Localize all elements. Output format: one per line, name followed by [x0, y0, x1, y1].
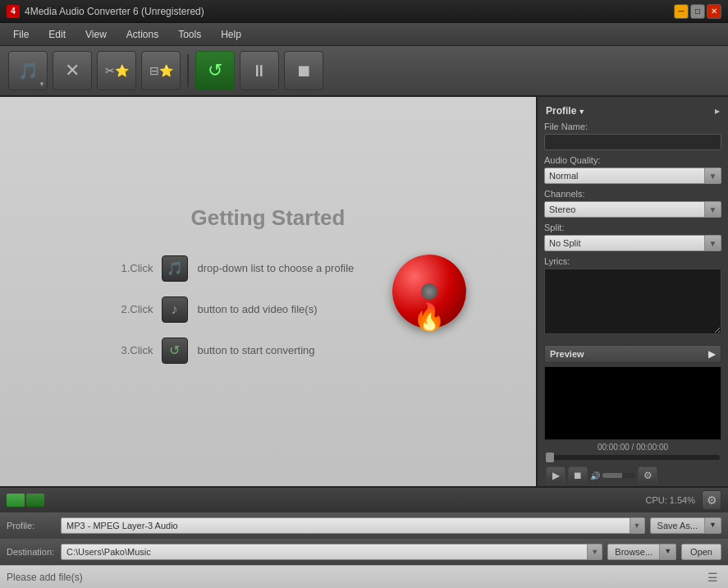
- profile-input[interactable]: [61, 517, 630, 534]
- file-name-section: File Name:: [544, 122, 721, 150]
- channels-select[interactable]: Stereo Mono: [544, 201, 705, 218]
- toolbar-remove-button[interactable]: ✕: [53, 51, 92, 90]
- file-name-label: File Name:: [544, 122, 721, 131]
- menu-edit[interactable]: Edit: [39, 25, 76, 44]
- step-3-row: 3.Click ↺ button to start converting: [96, 338, 441, 364]
- profile-combo: ▼: [61, 517, 645, 534]
- menu-view[interactable]: View: [76, 25, 117, 44]
- save-as-arrow[interactable]: ▼: [705, 517, 721, 534]
- lyrics-section: Lyrics:: [544, 256, 721, 337]
- step-2-label: 2.Click: [96, 303, 153, 315]
- toolbar-pause-button[interactable]: ⏸: [240, 51, 279, 90]
- preview-section: Preview ▶ 00:00:00 / 00:00:00 ▶ ⏹: [544, 345, 721, 485]
- minimize-button[interactable]: ─: [674, 4, 689, 19]
- add-file-icon: ♪: [172, 302, 178, 317]
- audio-quality-arrow[interactable]: ▼: [705, 168, 721, 184]
- step-1-text: drop-down list to choose a profile: [198, 262, 355, 274]
- cpu-usage: CPU: 1.54%: [645, 495, 695, 505]
- add-music-icon: 🎵: [18, 61, 39, 80]
- preview-settings-button[interactable]: ⚙: [638, 466, 657, 485]
- seek-handle[interactable]: [546, 452, 554, 462]
- toolbar-cut-button[interactable]: ✂⭐: [97, 51, 136, 90]
- save-as-button[interactable]: Save As...: [650, 517, 706, 534]
- status-settings-button[interactable]: ⚙: [702, 490, 721, 510]
- content-area: Getting Started 1.Click 🎵 drop-down list…: [0, 97, 536, 486]
- split-label: Split:: [544, 223, 721, 232]
- toolbar-encode-button[interactable]: ⊟⭐: [141, 51, 181, 90]
- play-button[interactable]: ▶: [546, 466, 565, 485]
- getting-started-title: Getting Started: [191, 205, 346, 231]
- split-select-wrap: No Split By Size By Time ▼: [544, 235, 721, 251]
- menu-actions[interactable]: Actions: [117, 25, 168, 44]
- message-text: Please add file(s): [7, 572, 703, 583]
- pause-icon: ⏸: [251, 62, 268, 80]
- destination-label: Destination:: [7, 547, 56, 557]
- browse-split-button: Browse... ▼: [607, 544, 676, 560]
- add-dropdown-arrow: ▼: [39, 80, 45, 88]
- split-select[interactable]: No Split By Size By Time: [544, 235, 705, 251]
- toolbar: 🎵 ▼ ✕ ✂⭐ ⊟⭐ ↺ ⏸ ⏹: [0, 46, 728, 97]
- profile-header[interactable]: Profile▼ ▶: [544, 102, 721, 120]
- browse-arrow[interactable]: ▼: [660, 544, 676, 560]
- split-arrow[interactable]: ▼: [705, 235, 721, 251]
- body-area: Getting Started 1.Click 🎵 drop-down list…: [0, 97, 728, 486]
- destination-control-bar: Destination: ▼ Browse... ▼ Open: [0, 539, 728, 565]
- preview-seekbar[interactable]: [546, 455, 720, 460]
- right-panel-wrapper: Profile▼ ▶ File Name: Audio Quality: Nor…: [536, 97, 728, 486]
- profile-header-label: Profile▼: [546, 105, 585, 117]
- step-3-label: 3.Click: [96, 344, 153, 356]
- preview-time: 00:00:00 / 00:00:00: [544, 443, 721, 452]
- stop-icon: ⏹: [295, 62, 312, 80]
- convert-icon: ↺: [208, 60, 222, 81]
- lyrics-textarea[interactable]: [544, 269, 721, 334]
- volume-slider[interactable]: [602, 473, 635, 478]
- message-icon[interactable]: ☰: [703, 568, 721, 586]
- menu-help[interactable]: Help: [211, 25, 251, 44]
- channels-arrow[interactable]: ▼: [705, 201, 721, 218]
- channels-section: Channels: Stereo Mono ▼: [544, 189, 721, 218]
- progress-bars: [7, 494, 44, 507]
- audio-quality-select[interactable]: Normal High Low Custom: [544, 168, 705, 184]
- main-container: 4 4Media Audio Converter 6 (Unregistered…: [0, 0, 728, 588]
- lyrics-label: Lyrics:: [544, 256, 721, 266]
- maximize-button[interactable]: □: [690, 4, 705, 19]
- preview-video-area: [544, 366, 721, 440]
- channels-select-wrap: Stereo Mono ▼: [544, 201, 721, 218]
- stop-preview-button[interactable]: ⏹: [568, 466, 588, 485]
- encode-icon: ⊟⭐: [149, 64, 173, 77]
- split-section: Split: No Split By Size By Time ▼: [544, 223, 721, 251]
- step-2-text: button to add video file(s): [198, 303, 318, 315]
- profile-bar-label: Profile:: [7, 521, 56, 531]
- cd-center-hole: [421, 283, 437, 300]
- cut-icon: ✂⭐: [105, 64, 129, 77]
- close-button[interactable]: ✕: [707, 4, 721, 19]
- step-1-label: 1.Click: [96, 262, 153, 274]
- toolbar-add-button[interactable]: 🎵 ▼: [8, 51, 48, 90]
- audio-quality-label: Audio Quality:: [544, 155, 721, 165]
- save-as-split-button: Save As... ▼: [650, 517, 721, 534]
- profile-expand-arrow[interactable]: ▶: [715, 108, 720, 115]
- audio-quality-section: Audio Quality: Normal High Low Custom ▼: [544, 155, 721, 184]
- right-panel-inner: Profile▼ ▶ File Name: Audio Quality: Nor…: [538, 97, 728, 486]
- open-button[interactable]: Open: [681, 544, 721, 560]
- preview-label: Preview: [550, 349, 584, 359]
- profile-combo-arrow[interactable]: ▼: [630, 517, 645, 534]
- destination-combo-arrow[interactable]: ▼: [588, 544, 602, 560]
- app-icon: 4: [7, 5, 20, 18]
- menu-file[interactable]: File: [3, 25, 39, 44]
- step-3-text: button to start converting: [198, 344, 315, 356]
- destination-input[interactable]: [61, 544, 588, 560]
- progress-bar-2: [26, 494, 44, 507]
- step-2-icon: ♪: [162, 296, 188, 323]
- toolbar-convert-button[interactable]: ↺: [195, 51, 235, 90]
- channels-label: Channels:: [544, 189, 721, 199]
- status-bar: CPU: 1.54% ⚙: [0, 486, 728, 512]
- file-name-input[interactable]: [544, 134, 721, 150]
- step-1-icon: 🎵: [162, 255, 188, 282]
- volume-icon: 🔊: [590, 471, 600, 480]
- toolbar-stop-button[interactable]: ⏹: [284, 51, 323, 90]
- preview-expand-arrow[interactable]: ▶: [708, 348, 716, 360]
- browse-button[interactable]: Browse...: [607, 544, 660, 560]
- menu-tools[interactable]: Tools: [168, 25, 211, 44]
- remove-icon: ✕: [65, 60, 80, 81]
